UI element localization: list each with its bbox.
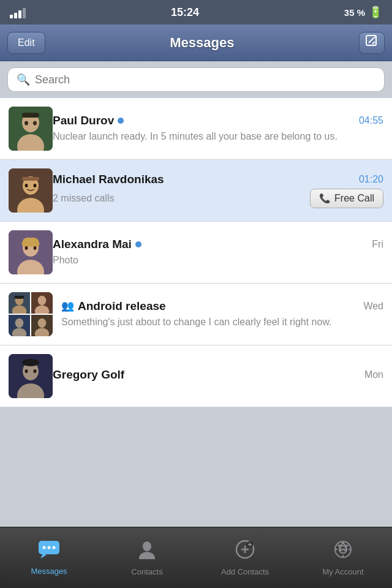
message-content: Gregory Golf Mon [53, 368, 383, 384]
search-container: 🔍 [0, 61, 392, 98]
svg-point-20 [34, 246, 37, 250]
missed-calls-row: 2 missed calls 📞 Free Call [53, 189, 383, 208]
search-icon: 🔍 [17, 73, 30, 86]
message-header: Gregory Golf Mon [53, 368, 383, 382]
messages-tab-label: Messages [31, 567, 67, 576]
battery-icon: 🔋 [369, 6, 382, 19]
tab-messages[interactable]: Messages [0, 535, 98, 581]
svg-line-1 [369, 38, 374, 43]
group-avatar-cell [9, 292, 30, 314]
message-preview: Nuclear launch ready. In 5 minutes all y… [53, 130, 383, 143]
signal-bar-3 [18, 10, 21, 18]
message-preview: 2 missed calls [53, 192, 114, 205]
signal-bar-4 [23, 8, 26, 18]
avatar-group [9, 292, 53, 336]
my-account-tab-label: My Account [322, 567, 363, 576]
tab-bar: Messages Contacts Add Contacts [0, 527, 392, 588]
message-item[interactable]: Michael Ravdonikas 01:20 2 missed calls … [0, 160, 392, 222]
group-avatar-cell [31, 292, 53, 314]
search-input[interactable] [35, 74, 375, 86]
tab-my-account[interactable]: My Account [294, 535, 392, 581]
edit-button[interactable]: Edit [7, 32, 45, 54]
online-indicator [135, 241, 141, 247]
status-bar: 15:24 35 % 🔋 [0, 0, 392, 24]
svg-marker-41 [40, 554, 47, 559]
message-header: Alexandra Mai Fri [53, 238, 383, 251]
tab-contacts[interactable]: Contacts [98, 535, 196, 581]
svg-line-3 [372, 42, 375, 44]
navigation-bar: Edit Messages [0, 24, 392, 61]
search-wrapper[interactable]: 🔍 [7, 67, 385, 92]
signal-bar-1 [10, 15, 13, 18]
group-avatar-cell [9, 315, 30, 336]
add-contacts-tab-label: Add Contacts [221, 567, 269, 576]
signal-bar-2 [14, 13, 17, 18]
svg-point-39 [34, 369, 37, 373]
group-avatar-cell [31, 315, 53, 336]
tab-add-contacts[interactable]: Add Contacts [196, 535, 294, 581]
message-item[interactable]: Alexandra Mai Fri Photo [0, 222, 392, 284]
svg-rect-15 [22, 177, 39, 181]
avatar [9, 230, 53, 274]
svg-point-13 [25, 184, 28, 187]
message-content: Michael Ravdonikas 01:20 2 missed calls … [53, 173, 383, 208]
svg-point-42 [43, 546, 46, 549]
status-time: 15:24 [171, 6, 199, 19]
contacts-tab-label: Contacts [131, 567, 162, 576]
avatar [9, 168, 53, 213]
svg-point-29 [15, 318, 24, 328]
avatar [9, 107, 53, 151]
svg-point-8 [24, 121, 28, 126]
svg-point-46 [139, 552, 155, 559]
svg-point-38 [25, 369, 28, 373]
message-item[interactable]: Gregory Golf Mon [0, 345, 392, 407]
free-call-label: Free Call [334, 193, 374, 204]
svg-rect-7 [22, 113, 39, 118]
svg-rect-24 [15, 296, 24, 299]
message-content: Paul Durov 04:55 Nuclear launch ready. I… [53, 114, 383, 143]
svg-point-14 [34, 184, 37, 187]
battery-percentage: 35 % [344, 7, 365, 18]
message-item[interactable]: Paul Durov 04:55 Nuclear launch ready. I… [0, 98, 392, 160]
svg-point-26 [38, 296, 47, 306]
avatar [9, 354, 53, 398]
message-list: Paul Durov 04:55 Nuclear launch ready. I… [0, 98, 392, 407]
phone-icon: 📞 [319, 193, 331, 204]
message-header: Paul Durov 04:55 [53, 114, 383, 127]
contacts-tab-icon [138, 540, 156, 564]
message-content: 👥 Android release Wed Something's just a… [61, 300, 383, 329]
message-time: Wed [363, 301, 383, 312]
svg-point-32 [38, 318, 47, 328]
svg-point-45 [143, 541, 151, 551]
contact-name: Alexandra Mai [53, 238, 141, 251]
svg-point-19 [25, 246, 28, 250]
add-contacts-tab-icon [235, 540, 255, 564]
signal-strength [10, 6, 26, 18]
messages-tab-icon [38, 540, 60, 563]
message-header: Michael Ravdonikas 01:20 [53, 173, 383, 186]
contact-name: Michael Ravdonikas [53, 173, 164, 186]
svg-rect-37 [22, 359, 39, 366]
message-item[interactable]: 👥 Android release Wed Something's just a… [0, 284, 392, 345]
group-icon: 👥 [61, 300, 74, 312]
message-header: 👥 Android release Wed [61, 300, 383, 313]
compose-button[interactable] [359, 32, 385, 54]
online-indicator [118, 118, 124, 124]
message-time: 04:55 [359, 115, 383, 126]
message-time: Mon [364, 369, 383, 380]
status-right: 35 % 🔋 [344, 6, 382, 19]
svg-point-43 [48, 546, 51, 549]
svg-point-44 [53, 546, 56, 549]
message-content: Alexandra Mai Fri Photo [53, 238, 383, 267]
free-call-button[interactable]: 📞 Free Call [310, 189, 383, 208]
contact-name: Paul Durov [53, 114, 124, 127]
message-preview: Photo [53, 254, 383, 267]
svg-point-9 [33, 121, 37, 126]
my-account-tab-icon [333, 540, 353, 564]
message-time: Fri [372, 239, 383, 250]
contact-name: Gregory Golf [53, 368, 124, 382]
contact-name: 👥 Android release [61, 300, 166, 313]
message-preview: Something's just about to change I can c… [61, 315, 383, 329]
compose-icon [365, 34, 379, 51]
message-time: 01:20 [359, 174, 383, 185]
